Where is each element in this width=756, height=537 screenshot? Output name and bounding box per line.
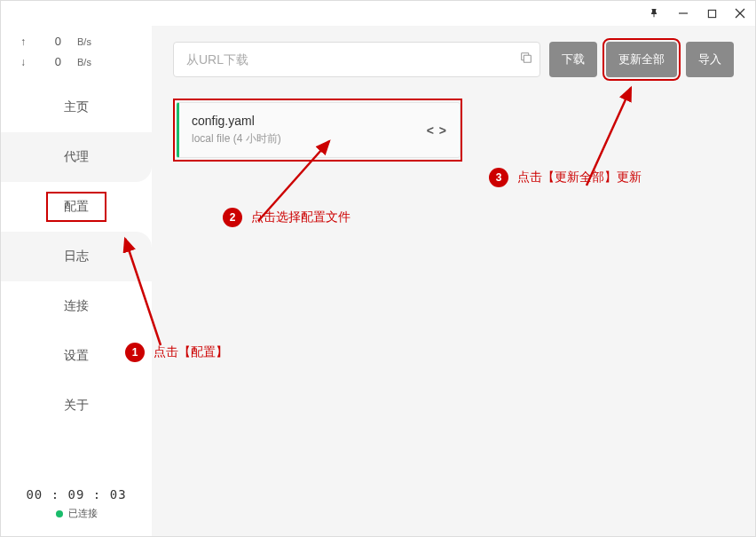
download-button[interactable]: 下载 [549, 42, 597, 77]
nav-label: 主页 [48, 94, 105, 121]
upload-arrow-icon: ↑ [19, 36, 28, 48]
nav-profiles[interactable]: 配置 [1, 182, 152, 232]
nav-logs[interactable]: 日志 [1, 232, 152, 281]
toolbar: 下载 更新全部 导入 [173, 42, 734, 77]
download-value: 0 [43, 55, 61, 68]
close-icon[interactable] [732, 5, 748, 21]
url-input[interactable] [173, 42, 540, 77]
nav-connections[interactable]: 连接 [1, 281, 152, 331]
content: 下载 更新全部 导入 config.yaml local file (4 小时前… [152, 26, 755, 536]
nav-label: 代理 [48, 144, 105, 170]
annotation-step-2: 2 点击选择配置文件 [223, 208, 350, 227]
annotation-badge: 2 [223, 208, 242, 227]
nav: 主页 代理 配置 日志 连接 设置 关于 [1, 83, 152, 477]
connection-status: 已连接 [1, 507, 152, 520]
nav-about[interactable]: 关于 [1, 381, 152, 430]
minimize-icon[interactable] [675, 5, 691, 21]
update-all-button[interactable]: 更新全部 [606, 42, 677, 77]
nav-home[interactable]: 主页 [1, 83, 152, 132]
connection-label: 已连接 [68, 507, 98, 520]
window-titlebar [1, 1, 755, 26]
svg-line-7 [587, 88, 631, 186]
nav-proxy[interactable]: 代理 [1, 132, 152, 182]
copy-icon[interactable] [519, 51, 533, 68]
annotation-step-3: 3 点击【更新全部】更新 [489, 168, 642, 187]
download-arrow-icon: ↓ [19, 56, 28, 68]
profile-name: config.yaml [192, 114, 281, 128]
annotation-text: 点击【更新全部】更新 [517, 170, 642, 186]
nav-label: 日志 [48, 243, 105, 270]
sidebar: ↑ 0 B/s ↓ 0 B/s 主页 代理 配置 日志 连接 设置 关于 00 … [1, 26, 152, 536]
profile-card[interactable]: config.yaml local file (4 小时前) < > [177, 102, 461, 158]
code-icon[interactable]: < > [427, 123, 447, 138]
annotation-badge: 3 [489, 168, 508, 187]
nav-label: 配置 [46, 192, 106, 222]
annotation-arrow-3 [578, 79, 649, 194]
nav-label: 设置 [48, 343, 105, 369]
uptime: 00 : 09 : 03 [1, 487, 152, 501]
download-unit: B/s [77, 57, 91, 67]
import-button[interactable]: 导入 [686, 42, 734, 77]
nav-label: 关于 [48, 392, 105, 419]
upload-value: 0 [43, 35, 61, 48]
svg-rect-1 [708, 10, 715, 17]
annotation-text: 点击选择配置文件 [251, 209, 350, 225]
annotation-frame-2: config.yaml local file (4 小时前) < > [173, 99, 462, 162]
speed-meter: ↑ 0 B/s ↓ 0 B/s [1, 26, 152, 83]
status-panel: 00 : 09 : 03 已连接 [1, 477, 152, 536]
status-dot-icon [56, 510, 63, 517]
nav-label: 连接 [48, 293, 105, 320]
pin-icon[interactable] [647, 5, 663, 21]
upload-unit: B/s [77, 36, 91, 47]
svg-rect-4 [524, 55, 531, 62]
nav-settings[interactable]: 设置 [1, 331, 152, 381]
maximize-icon[interactable] [704, 5, 720, 21]
profile-subtitle: local file (4 小时前) [192, 131, 281, 146]
